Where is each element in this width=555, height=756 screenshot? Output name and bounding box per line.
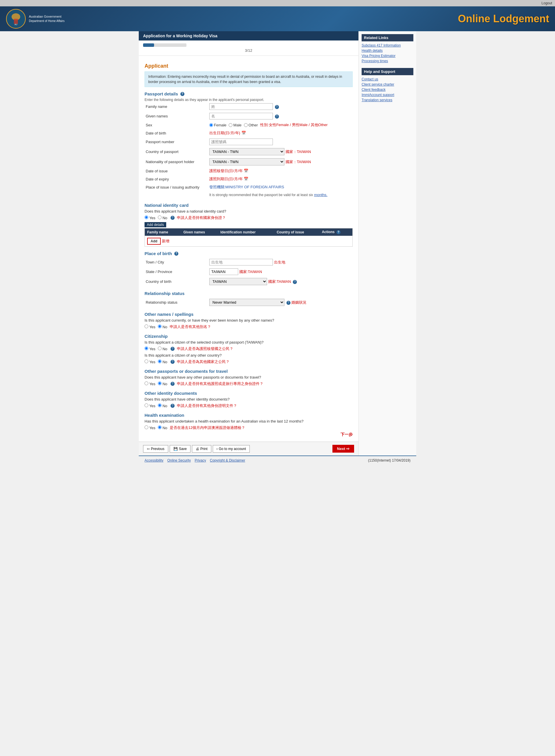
national-id-question: Does this applicant have a national iden… bbox=[144, 209, 353, 213]
health-exam-annotation: 是否在過去12個月內申請澳洲簽證做過體檢？ bbox=[170, 425, 245, 430]
place-of-birth-help-icon[interactable]: ? bbox=[174, 252, 178, 256]
national-id-no[interactable]: No bbox=[158, 215, 167, 220]
place-of-birth-table: Town / City 出生地 State / Province 國家:TAIW… bbox=[144, 257, 353, 287]
citizenship-q1-no[interactable]: No bbox=[158, 347, 167, 351]
relationship-annotation: 婚姻狀況 bbox=[291, 300, 306, 305]
sidebar-link-visa-pricing[interactable]: Visa Pricing Estimator bbox=[361, 53, 413, 58]
progress-area: 3/12 bbox=[139, 40, 358, 56]
account-icon: › bbox=[216, 447, 218, 451]
citizenship-q1-yes[interactable]: Yes bbox=[144, 347, 156, 351]
country-birth-annotation: 國家:TAIWAN bbox=[268, 279, 291, 284]
citizenship-q2-yes[interactable]: Yes bbox=[144, 359, 156, 364]
footer-online-security[interactable]: Online Security bbox=[167, 459, 191, 463]
prev-icon: ⇦ bbox=[147, 447, 150, 451]
health-exam-yes[interactable]: Yes bbox=[144, 426, 156, 430]
months-link[interactable]: months. bbox=[314, 193, 327, 197]
country-passport-select[interactable]: TAIWAN - TWN bbox=[209, 148, 285, 155]
logo-area: AU Australian Government Department of H… bbox=[6, 9, 65, 29]
other-names-question: Is this applicant currently, or have the… bbox=[144, 318, 353, 322]
next-annotation: 下一步 bbox=[144, 432, 353, 437]
print-button[interactable]: 🖨 Print bbox=[192, 445, 211, 452]
save-button[interactable]: 💾 Save bbox=[170, 445, 190, 452]
other-identity-yes[interactable]: Yes bbox=[144, 403, 156, 408]
citizenship-q1-help-icon[interactable]: ? bbox=[171, 347, 175, 351]
sidebar-link-client-feedback[interactable]: Client feedback bbox=[361, 87, 413, 92]
add-details-label: Add details bbox=[144, 222, 166, 227]
date-issue-calendar-icon[interactable]: 📅 bbox=[244, 169, 248, 173]
given-names-help-icon[interactable]: ? bbox=[275, 115, 279, 119]
date-expiry-row: Date of expiry 護照到期日(日/月/年 📅 bbox=[144, 175, 353, 183]
other-passports-help-icon[interactable]: ? bbox=[171, 382, 175, 386]
add-annotation: 新增 bbox=[162, 239, 169, 243]
other-identity-help-icon[interactable]: ? bbox=[171, 404, 175, 408]
logo-text: Australian Government Department of Home… bbox=[29, 14, 65, 23]
family-name-help-icon[interactable]: ? bbox=[275, 105, 279, 109]
country-birth-help-icon[interactable]: ? bbox=[293, 280, 297, 284]
id-col-family: Family name bbox=[145, 229, 181, 236]
top-bar: Logout bbox=[0, 0, 555, 6]
go-to-account-button[interactable]: › Go to my account bbox=[213, 445, 250, 452]
sidebar: Related Links Subclass 417 Information H… bbox=[358, 31, 416, 455]
citizenship-q2-help-icon[interactable]: ? bbox=[171, 360, 175, 364]
state-annotation: 國家:TAIWAN bbox=[239, 270, 262, 274]
sex-other-option[interactable]: Other bbox=[244, 123, 258, 127]
sex-annotation: 性別:女性Female / 男性Male / 其他Other bbox=[260, 122, 328, 127]
nationality-select[interactable]: TAIWAN - TWN bbox=[209, 158, 285, 165]
footer-buttons: ⇦ Previous 💾 Save 🖨 Print › Go to my acc… bbox=[139, 442, 358, 455]
state-input[interactable] bbox=[209, 268, 238, 275]
sex-male-option[interactable]: Male bbox=[229, 123, 241, 127]
footer-privacy[interactable]: Privacy bbox=[195, 459, 206, 463]
add-id-button[interactable]: Add bbox=[147, 238, 161, 245]
national-id-help-icon[interactable]: ? bbox=[171, 216, 175, 220]
relationship-help-icon[interactable]: ? bbox=[287, 301, 291, 305]
citizenship-q2-no[interactable]: No bbox=[158, 359, 167, 364]
country-birth-row: Country of birth TAIWAN 國家:TAIWAN ? bbox=[144, 277, 353, 287]
family-name-input[interactable] bbox=[209, 103, 273, 110]
next-button[interactable]: Next ⇨ bbox=[332, 445, 354, 452]
health-exam-radios: Yes No 是否在過去12個月內申請澳洲簽證做過體檢？ bbox=[144, 425, 353, 430]
logout-link[interactable]: Logout bbox=[542, 1, 552, 5]
place-issue-row: Place of issue / issuing authority 發照機關:… bbox=[144, 183, 353, 191]
passport-details-title: Passport details ? bbox=[144, 91, 353, 96]
page-footer: Accessibility Online Security Privacy Co… bbox=[139, 455, 416, 465]
country-passport-label: Country of passport bbox=[144, 147, 208, 157]
country-birth-select[interactable]: TAIWAN bbox=[209, 278, 267, 285]
date-expiry-calendar-icon[interactable]: 📅 bbox=[244, 177, 248, 181]
other-names-yes[interactable]: Yes bbox=[144, 324, 156, 329]
passport-num-input[interactable] bbox=[209, 138, 273, 145]
sidebar-link-processing[interactable]: Processing times bbox=[361, 58, 413, 64]
actions-help-icon[interactable]: ? bbox=[337, 230, 341, 234]
sidebar-link-translation[interactable]: Translation services bbox=[361, 97, 413, 103]
calendar-icon[interactable]: 📅 bbox=[241, 131, 246, 135]
sidebar-link-immiaccount[interactable]: ImmiAccount support bbox=[361, 92, 413, 97]
other-passports-no[interactable]: No bbox=[158, 382, 167, 386]
footer-copyright[interactable]: Copyright & Disclaimer bbox=[210, 459, 245, 463]
town-input[interactable] bbox=[209, 259, 273, 266]
dob-label: Date of birth bbox=[144, 129, 208, 137]
relationship-select[interactable]: Never Married Married Divorced Separated… bbox=[209, 299, 285, 306]
other-names-annotation: 申請人是否有其他別名？ bbox=[170, 324, 211, 329]
national-id-yes[interactable]: Yes bbox=[144, 215, 156, 220]
date-expiry-annotation: 護照到期日(日/月/年 bbox=[209, 177, 243, 181]
id-col-idnum: Identification number bbox=[218, 229, 274, 236]
given-names-input[interactable] bbox=[209, 113, 273, 119]
passport-details-help-icon[interactable]: ? bbox=[180, 92, 184, 96]
footer-accessibility[interactable]: Accessibility bbox=[144, 459, 163, 463]
other-passports-yes[interactable]: Yes bbox=[144, 382, 156, 386]
citizenship-q2-radios: Yes No ? 申請人是否為其他國家之公民？ bbox=[144, 359, 353, 364]
sidebar-link-subclass417[interactable]: Subclass 417 Information bbox=[361, 43, 413, 48]
sidebar-link-contact-us[interactable]: Contact us bbox=[361, 77, 413, 82]
sidebar-link-client-service[interactable]: Client service charter bbox=[361, 82, 413, 87]
sidebar-link-health-details[interactable]: Health details bbox=[361, 48, 413, 53]
previous-button[interactable]: ⇦ Previous bbox=[143, 445, 168, 452]
other-identity-no[interactable]: No bbox=[158, 403, 167, 408]
id-col-given: Given names bbox=[181, 229, 218, 236]
related-links-box: Related Links Subclass 417 Information H… bbox=[361, 34, 413, 64]
id-col-actions: Actions ? bbox=[319, 229, 352, 236]
health-exam-no[interactable]: No bbox=[158, 426, 167, 430]
page-heading-text: Application for a Working Holiday Visa bbox=[143, 34, 217, 38]
sex-female-option[interactable]: Female bbox=[209, 123, 226, 127]
other-names-no[interactable]: No bbox=[158, 324, 167, 329]
sex-row: Sex Female Male Other 性別:女性Female / 男性Ma… bbox=[144, 121, 353, 129]
place-issue-value: 發照機關:MINISTRY OF FOREIGN AFFAIRS bbox=[209, 185, 284, 189]
